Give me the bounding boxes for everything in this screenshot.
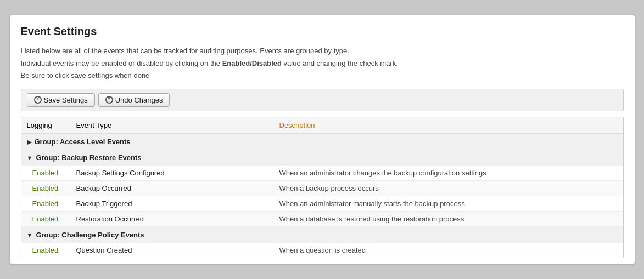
save-settings-button[interactable]: Save Settings <box>27 93 95 107</box>
event-type: Question Created <box>71 243 274 258</box>
event-description: When a question is created <box>274 243 623 258</box>
desc-pre: Individual events may be enabled or disa… <box>21 59 222 67</box>
table-header-row: Logging Event Type Description <box>21 117 623 134</box>
undo-changes-button[interactable]: Undo Changes <box>98 93 170 107</box>
table-row: EnabledQuestion CreatedWhen a question i… <box>21 243 623 258</box>
col-header-desc: Description <box>274 117 623 134</box>
description-line3: Be sure to click save settings when done <box>21 70 624 81</box>
logging-status[interactable]: Enabled <box>21 211 71 226</box>
event-description: When a backup process occurs <box>274 180 623 196</box>
event-type: Backup Triggered <box>71 196 274 211</box>
logging-status[interactable]: Enabled <box>21 166 71 181</box>
col-header-event: Event Type <box>71 117 274 134</box>
logging-status[interactable]: Enabled <box>21 243 71 258</box>
logging-status[interactable]: Enabled <box>21 196 71 211</box>
desc-bold: Enabled/Disabled <box>222 59 282 67</box>
table-row: EnabledBackup TriggeredWhen an administr… <box>21 196 623 211</box>
table-row: EnabledRestoration OccurredWhen a databa… <box>21 211 623 226</box>
check-icon <box>34 96 42 104</box>
undo-changes-label: Undo Changes <box>115 96 163 104</box>
collapse-arrow-icon: ▼ <box>27 232 33 238</box>
col-header-logging: Logging <box>21 117 71 134</box>
event-description: When an administrator manually starts th… <box>274 196 623 211</box>
save-settings-label: Save Settings <box>44 96 88 104</box>
cross-icon <box>105 96 113 104</box>
logging-status[interactable]: Enabled <box>21 180 71 196</box>
events-table-wrapper: Logging Event Type Description ▶Group: A… <box>21 117 624 258</box>
description-line1: Listed below are all of the events that … <box>21 45 624 56</box>
expand-arrow-icon: ▶ <box>27 139 31 146</box>
group-row[interactable]: ▶Group: Access Level Events <box>21 133 623 150</box>
group-name: Group: Challenge Policy Events <box>36 231 144 239</box>
toolbar: Save Settings Undo Changes <box>21 89 624 111</box>
event-settings-container: Event Settings Listed below are all of t… <box>9 15 635 264</box>
desc-post: value and changing the check mark. <box>282 59 398 67</box>
group-name: Group: Access Level Events <box>35 138 131 146</box>
group-row[interactable]: ▼Group: Challenge Policy Events <box>21 226 623 243</box>
description-line2: Individual events may be enabled or disa… <box>21 58 624 69</box>
event-description: When a database is restored using the re… <box>274 211 623 226</box>
events-table: Logging Event Type Description ▶Group: A… <box>21 117 623 258</box>
table-row: EnabledBackup Settings ConfiguredWhen an… <box>21 166 623 181</box>
event-type: Backup Occurred <box>71 180 274 196</box>
group-name: Group: Backup Restore Events <box>36 153 141 162</box>
event-type: Restoration Occurred <box>71 211 274 226</box>
page-title: Event Settings <box>21 25 624 38</box>
event-type: Backup Settings Configured <box>71 166 274 181</box>
collapse-arrow-icon: ▼ <box>27 155 33 161</box>
group-row[interactable]: ▼Group: Backup Restore Events <box>21 150 623 166</box>
event-description: When an administrator changes the backup… <box>274 166 623 181</box>
table-row: EnabledBackup OccurredWhen a backup proc… <box>21 180 623 196</box>
